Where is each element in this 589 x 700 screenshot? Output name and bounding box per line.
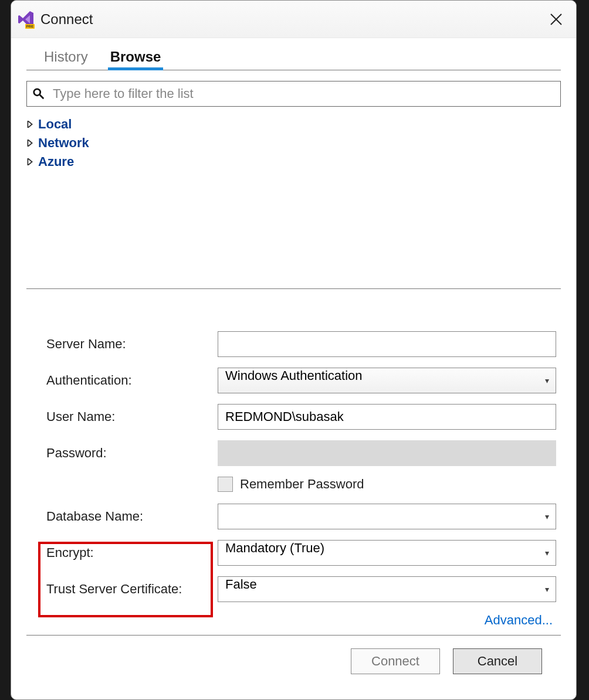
- trust-cert-label: Trust Server Certificate:: [46, 582, 218, 597]
- server-name-input[interactable]: [218, 331, 556, 357]
- tree-item-local[interactable]: Local: [26, 115, 561, 134]
- chevron-right-icon: [26, 158, 33, 165]
- tree-label: Azure: [38, 154, 74, 169]
- close-button[interactable]: [547, 10, 566, 29]
- tree-label: Network: [38, 135, 89, 151]
- divider: [26, 288, 561, 289]
- user-name-input[interactable]: [218, 404, 556, 430]
- tree-label: Local: [38, 117, 72, 132]
- chevron-right-icon: [26, 140, 33, 147]
- authentication-label: Authentication:: [46, 373, 218, 388]
- server-tree: Local Network Azure: [26, 115, 561, 171]
- password-label: Password:: [46, 446, 218, 461]
- tab-bar: History Browse: [26, 45, 561, 70]
- svg-point-4: [34, 89, 40, 96]
- close-icon: [550, 13, 563, 26]
- tab-browse[interactable]: Browse: [109, 45, 163, 70]
- search-icon: [32, 87, 45, 100]
- tab-history[interactable]: History: [43, 45, 89, 70]
- visual-studio-preview-icon: PRE: [16, 9, 37, 30]
- remember-password-label: Remember Password: [240, 477, 364, 492]
- authentication-select[interactable]: Windows Authentication: [218, 368, 556, 393]
- encrypt-value: Mandatory (True): [225, 541, 324, 555]
- encrypt-select[interactable]: Mandatory (True): [218, 540, 556, 566]
- svg-text:PRE: PRE: [26, 25, 33, 28]
- connection-form: Server Name: Authentication: Windows Aut…: [26, 331, 561, 628]
- tree-item-network[interactable]: Network: [26, 134, 561, 152]
- dialog-title: Connect: [40, 11, 93, 28]
- advanced-link[interactable]: Advanced...: [485, 613, 553, 628]
- filter-row: [26, 81, 561, 107]
- tree-item-azure[interactable]: Azure: [26, 152, 561, 171]
- titlebar: PRE Connect: [11, 1, 576, 38]
- button-row: Connect Cancel: [26, 636, 561, 674]
- encrypt-label: Encrypt:: [46, 545, 218, 560]
- dialog-content: History Browse Local Network: [11, 38, 576, 699]
- remember-password-checkbox[interactable]: [218, 477, 233, 492]
- svg-line-5: [40, 95, 43, 98]
- database-name-label: Database Name:: [46, 509, 218, 524]
- password-input: [218, 440, 556, 466]
- cancel-button[interactable]: Cancel: [453, 648, 542, 674]
- filter-input[interactable]: [26, 81, 561, 107]
- user-name-label: User Name:: [46, 409, 218, 424]
- connect-dialog: PRE Connect History Browse: [11, 0, 577, 700]
- trust-cert-select[interactable]: False: [218, 576, 556, 602]
- authentication-value: Windows Authentication: [225, 368, 363, 383]
- chevron-right-icon: [26, 121, 33, 128]
- server-name-label: Server Name:: [46, 337, 218, 352]
- trust-cert-value: False: [225, 577, 257, 592]
- database-name-select[interactable]: [218, 504, 556, 529]
- connect-button[interactable]: Connect: [351, 648, 440, 674]
